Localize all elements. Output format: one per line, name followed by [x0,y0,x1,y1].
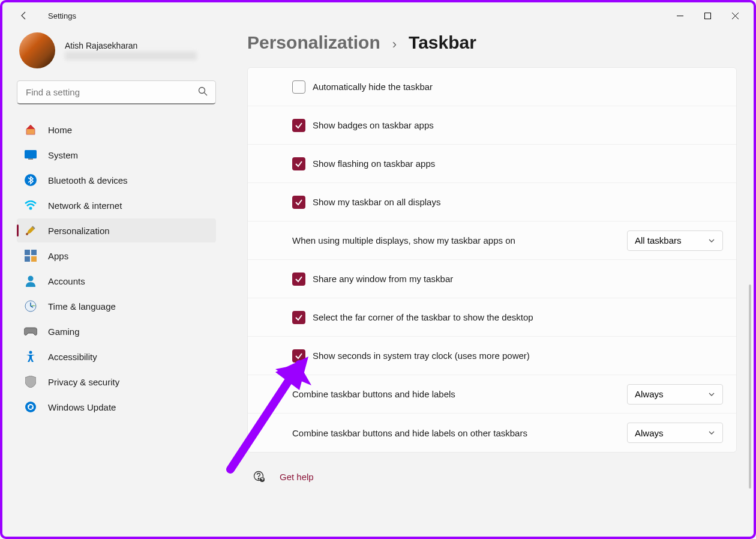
nav-privacy[interactable]: Privacy & security [17,370,216,394]
nav-label: Apps [48,251,68,261]
nav-network[interactable]: Network & internet [17,193,216,217]
svg-rect-11 [25,250,30,255]
dropdown-combine-other[interactable]: Always [627,423,723,443]
settings-panel: Automatically hide the taskbar Show badg… [247,67,737,453]
sidebar: Atish Rajasekharan Home System Bluetooth… [2,29,230,537]
svg-rect-7 [28,158,33,160]
setting-label: Share any window from my taskbar [313,274,453,284]
close-icon [732,13,739,19]
dropdown-multi-display[interactable]: All taskbars [627,230,723,251]
checkbox-badges[interactable] [292,119,305,132]
search-box [17,80,216,104]
page-title: Taskbar [409,32,476,53]
nav-label: Accessibility [48,352,97,362]
svg-point-10 [26,233,28,235]
nav-label: Privacy & security [48,377,119,387]
setting-combine-other: Combine taskbar buttons and hide labels … [248,414,736,452]
maximize-icon [704,13,711,19]
avatar [19,32,55,68]
setting-badges: Show badges on taskbar apps [248,106,736,145]
svg-point-17 [29,351,32,354]
accessibility-icon [24,350,37,363]
privacy-icon [24,375,37,388]
setting-label: Show my taskbar on all displays [313,197,440,207]
setting-label: Show seconds in system tray clock (uses … [313,351,530,361]
checkbox-auto-hide[interactable] [292,80,305,94]
personalization-icon [24,224,37,237]
setting-multi-display: When using multiple displays, show my ta… [248,221,736,260]
time-icon [24,300,37,313]
svg-rect-14 [31,256,37,262]
breadcrumb-parent[interactable]: Personalization [247,32,380,53]
nav-label: Network & internet [48,200,122,211]
svg-rect-12 [31,250,37,255]
window-controls [666,6,749,25]
home-icon [24,123,37,136]
nav-personalization[interactable]: Personalization [17,218,216,242]
scrollbar[interactable] [749,285,751,489]
nav-apps[interactable]: Apps [17,244,216,268]
nav-accessibility[interactable]: Accessibility [17,345,216,369]
nav-update[interactable]: Windows Update [17,395,216,419]
setting-label: Show flashing on taskbar apps [313,158,435,169]
user-section[interactable]: Atish Rajasekharan [17,32,216,68]
check-icon [295,121,303,130]
system-icon [24,148,37,161]
chevron-down-icon [708,429,715,436]
setting-label: Combine taskbar buttons and hide labels … [292,428,527,438]
setting-far-corner: Select the far corner of the taskbar to … [248,298,736,337]
help-label: Get help [280,472,314,482]
svg-rect-13 [25,256,30,262]
user-name: Atish Rajasekharan [65,41,197,50]
nav-label: Home [48,125,72,135]
chevron-down-icon [708,237,715,244]
nav-system[interactable]: System [17,143,216,167]
checkbox-share-window[interactable] [292,273,305,286]
dropdown-value: Always [635,428,664,438]
breadcrumb: Personalization › Taskbar [247,32,737,53]
svg-point-9 [29,207,32,210]
svg-point-22 [262,481,262,481]
checkbox-show-seconds[interactable] [292,349,305,363]
setting-share-window: Share any window from my taskbar [248,260,736,298]
setting-combine-buttons: Combine taskbar buttons and hide labels … [248,375,736,414]
checkbox-flashing[interactable] [292,157,305,170]
chevron-down-icon [708,391,715,398]
help-icon [253,471,265,483]
help-link[interactable]: Get help [247,471,737,483]
minimize-button[interactable] [666,6,694,25]
update-icon [24,400,37,414]
chevron-right-icon: › [392,37,397,52]
setting-label: Combine taskbar buttons and hide labels [292,389,455,399]
nav-label: Personalization [48,226,110,236]
setting-label: Show badges on taskbar apps [313,120,434,130]
accounts-icon [24,274,37,288]
check-icon [295,160,303,168]
back-button[interactable] [12,4,36,28]
dropdown-value: All taskbars [635,235,682,245]
nav-gaming[interactable]: Gaming [17,319,216,343]
svg-point-15 [28,276,34,282]
nav-bluetooth[interactable]: Bluetooth & devices [17,168,216,192]
svg-point-4 [199,88,205,94]
close-button[interactable] [721,6,749,25]
window-title: Settings [48,11,76,20]
setting-auto-hide: Automatically hide the taskbar [248,68,736,106]
nav-accounts[interactable]: Accounts [17,269,216,293]
user-email-redacted [65,52,197,60]
network-icon [24,199,37,212]
nav-home[interactable]: Home [17,118,216,142]
checkbox-all-displays[interactable] [292,196,305,209]
checkbox-far-corner[interactable] [292,311,305,324]
dropdown-value: Always [635,389,664,399]
svg-point-20 [258,478,259,480]
nav-label: Accounts [48,276,85,286]
maximize-button[interactable] [694,6,721,25]
svg-rect-6 [25,150,37,158]
search-input[interactable] [17,80,216,104]
nav-time[interactable]: Time & language [17,294,216,318]
dropdown-combine[interactable]: Always [627,384,723,405]
check-icon [295,352,303,360]
check-icon [295,313,303,322]
check-icon [295,198,303,206]
